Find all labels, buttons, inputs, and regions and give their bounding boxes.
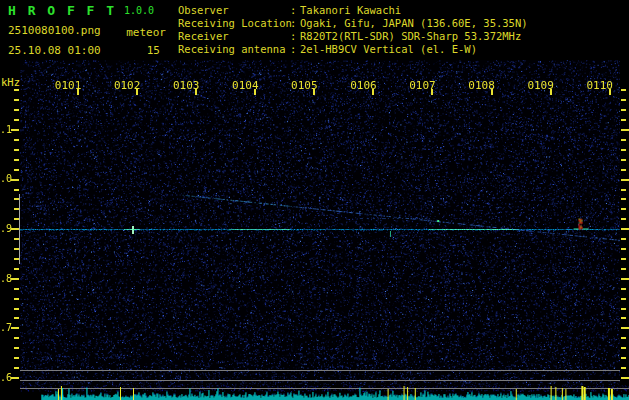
freq-minor-tick [621,238,626,240]
metadata-separator: : [290,17,300,30]
time-tick-label: 0105 [290,79,318,92]
freq-minor-tick [621,357,626,359]
freq-minor-tick [621,99,626,101]
freq-major-tick [621,278,629,280]
metadata-label: Receiving antenna [178,43,290,56]
y-axis-unit-label: kHz [1,76,20,88]
freq-tick-label: 1.0 [0,173,12,184]
freq-minor-tick [621,337,626,339]
freq-minor-tick [621,288,626,290]
time-tick-label: 0106 [349,79,377,92]
reference-line [20,380,620,381]
observation-datetime: 25.10.08 01:00 [8,44,101,57]
freq-minor-tick [14,347,19,349]
freq-minor-tick [621,248,626,250]
metadata-value: 2el-HB9CV Vertical (el. E-W) [300,43,477,56]
freq-minor-tick [621,89,626,91]
freq-minor-tick [14,308,19,310]
freq-minor-tick [621,149,626,151]
freq-minor-tick [621,367,626,369]
metadata-label: Receiver [178,30,290,43]
freq-minor-tick [621,218,626,220]
freq-minor-tick [14,89,19,91]
freq-major-tick [621,129,629,131]
freq-minor-tick [621,159,626,161]
freq-minor-tick [621,258,626,260]
freq-minor-tick [14,149,19,151]
signal-strip-canvas [20,385,629,400]
metadata-label: Observer [178,4,290,17]
freq-minor-tick [621,208,626,210]
freq-minor-tick [621,347,626,349]
freq-minor-tick [621,119,626,121]
metadata-value: R820T2(RTL-SDR) SDR-Sharp 53.372MHz [300,30,521,43]
freq-minor-tick [14,159,19,161]
metadata-separator: : [290,30,300,43]
freq-major-tick [621,327,629,329]
metadata-row: Receiver:R820T2(RTL-SDR) SDR-Sharp 53.37… [178,30,528,43]
time-tick-label: 0107 [408,79,436,92]
freq-minor-tick [621,308,626,310]
freq-minor-tick [14,119,19,121]
freq-minor-tick [621,198,626,200]
freq-minor-tick [14,139,19,141]
freq-minor-tick [621,298,626,300]
freq-major-tick [621,228,629,230]
time-tick-label: 0104 [231,79,259,92]
freq-major-tick [621,179,629,181]
app-version: 1.0.0 [124,5,154,16]
time-tick-label: 0102 [113,79,141,92]
time-tick-label: 0109 [527,79,555,92]
metadata-separator: : [290,4,300,17]
freq-minor-tick [14,298,19,300]
echo-count: 15 [118,44,160,57]
mode-label: meteor [118,26,166,39]
freq-minor-tick [621,139,626,141]
freq-tick-label: 0.9 [0,223,12,234]
freq-minor-tick [14,169,19,171]
freq-major-tick [11,327,19,329]
freq-tick-label: 0.8 [0,273,12,284]
time-tick-label: 0108 [468,79,496,92]
metadata-value: Ogaki, Gifu, JAPAN (136.60E, 35.35N) [300,17,528,30]
time-tick-label: 0110 [586,79,614,92]
metadata-row: Receiving Location:Ogaki, Gifu, JAPAN (1… [178,17,528,30]
freq-minor-tick [14,357,19,359]
output-filename: 2510080100.png [8,24,101,37]
reference-line [20,370,620,371]
metadata-value: Takanori Kawachi [300,4,401,17]
freq-minor-tick [621,109,626,111]
metadata-separator: : [290,43,300,56]
freq-minor-tick [14,99,19,101]
freq-major-tick [11,278,19,280]
freq-minor-tick [14,198,19,200]
time-tick-label: 0101 [54,79,82,92]
metadata-row: Observer:Takanori Kawachi [178,4,528,17]
freq-minor-tick [14,268,19,270]
freq-minor-tick [14,189,19,191]
freq-minor-tick [621,317,626,319]
freq-minor-tick [621,169,626,171]
metadata-block: Observer:Takanori KawachiReceiving Locat… [178,4,528,56]
freq-tick-label: 0.6 [0,372,12,383]
freq-minor-tick [14,248,19,250]
freq-minor-tick [14,218,19,220]
spectrogram-canvas [20,60,620,385]
freq-minor-tick [14,337,19,339]
freq-minor-tick [14,109,19,111]
freq-minor-tick [14,208,19,210]
freq-major-tick [11,228,19,230]
freq-major-tick [11,377,19,379]
app-title: H R O F F T [8,3,116,18]
freq-minor-tick [14,317,19,319]
freq-minor-tick [14,288,19,290]
metadata-label: Receiving Location [178,17,290,30]
freq-minor-tick [14,367,19,369]
freq-tick-label: 1.1 [0,124,12,135]
metadata-row: Receiving antenna:2el-HB9CV Vertical (el… [178,43,528,56]
detection-band-marker [19,194,20,263]
freq-minor-tick [14,238,19,240]
freq-minor-tick [621,268,626,270]
freq-major-tick [11,129,19,131]
freq-major-tick [621,377,629,379]
